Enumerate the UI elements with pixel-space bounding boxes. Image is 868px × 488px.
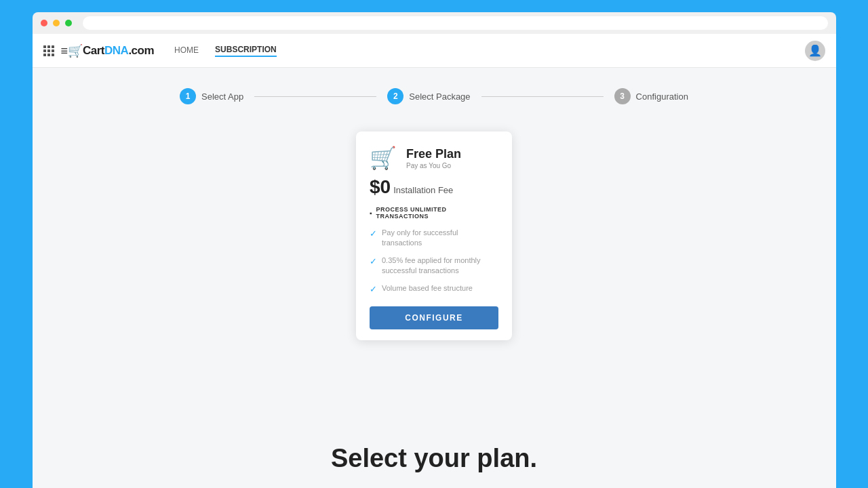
check-icon-1: ✓ <box>370 228 377 239</box>
browser-chrome <box>33 12 836 34</box>
check-icon-3: ✓ <box>370 284 377 294</box>
close-btn[interactable] <box>41 20 47 26</box>
step-3-circle: 3 <box>614 88 631 104</box>
feature-2: ✓ 0.35% fee applied for monthly successf… <box>370 256 498 277</box>
stepper: 1 Select App 2 Select Package 3 Configur… <box>33 68 836 118</box>
check-icon-2: ✓ <box>370 256 377 266</box>
logo: ≡🛒 CartDNA.com <box>61 43 155 58</box>
address-bar[interactable] <box>83 16 828 30</box>
feature-3: ✓ Volume based fee structure <box>370 283 498 294</box>
feature-text-3: Volume based fee structure <box>382 283 473 293</box>
step-3-label: Configuration <box>636 92 688 102</box>
app-window: ≡🛒 CartDNA.com HOME SUBSCRIPTION 👤 1 Sel… <box>33 34 836 488</box>
plan-subtitle: Pay as You Go <box>406 162 461 169</box>
plan-card-header: 🛒 Free Plan Pay as You Go <box>370 145 498 171</box>
plan-card: 🛒 Free Plan Pay as You Go $0 Installatio… <box>356 131 512 340</box>
nav-subscription[interactable]: SUBSCRIPTION <box>215 45 277 57</box>
step-2: 2 Select Package <box>387 88 470 104</box>
step-3: 3 Configuration <box>614 88 688 104</box>
plan-price-row: $0 Installation Fee <box>370 176 498 198</box>
avatar[interactable]: 👤 <box>805 41 825 61</box>
plan-price: $0 <box>370 176 391 198</box>
plan-price-label: Installation Fee <box>393 185 453 195</box>
nav-links: HOME SUBSCRIPTION <box>174 45 490 57</box>
step-line-2 <box>481 96 604 97</box>
step-2-label: Select Package <box>409 92 470 102</box>
feature-text-1: Pay only for successful transactions <box>382 228 498 249</box>
bottom-caption: Select your plan. <box>0 432 868 488</box>
plan-title: Free Plan <box>406 147 461 161</box>
step-line-1 <box>254 96 376 97</box>
maximize-btn[interactable] <box>65 20 72 26</box>
grid-icon[interactable] <box>43 45 54 56</box>
plan-features: ✓ Pay only for successful transactions ✓… <box>370 228 498 294</box>
feature-text-2: 0.35% fee applied for monthly successful… <box>382 256 498 277</box>
navbar: ≡🛒 CartDNA.com HOME SUBSCRIPTION 👤 <box>33 34 836 68</box>
plan-divider-row: ▪ PROCESS UNLIMITED TRANSACTIONS <box>370 206 498 220</box>
step-1: 1 Select App <box>180 88 243 104</box>
plan-title-block: Free Plan Pay as You Go <box>406 147 461 169</box>
plan-divider-text: PROCESS UNLIMITED TRANSACTIONS <box>376 206 498 220</box>
configure-button[interactable]: CONFIGURE <box>370 306 498 329</box>
nav-home[interactable]: HOME <box>174 45 199 56</box>
cart-icon: ≡🛒 <box>61 43 83 58</box>
step-1-label: Select App <box>201 92 243 102</box>
feature-1: ✓ Pay only for successful transactions <box>370 228 498 249</box>
step-1-circle: 1 <box>180 88 196 104</box>
minimize-btn[interactable] <box>53 20 60 26</box>
divider-icon: ▪ <box>370 209 372 217</box>
step-2-circle: 2 <box>387 88 403 104</box>
plan-cart-icon: 🛒 <box>370 145 397 171</box>
